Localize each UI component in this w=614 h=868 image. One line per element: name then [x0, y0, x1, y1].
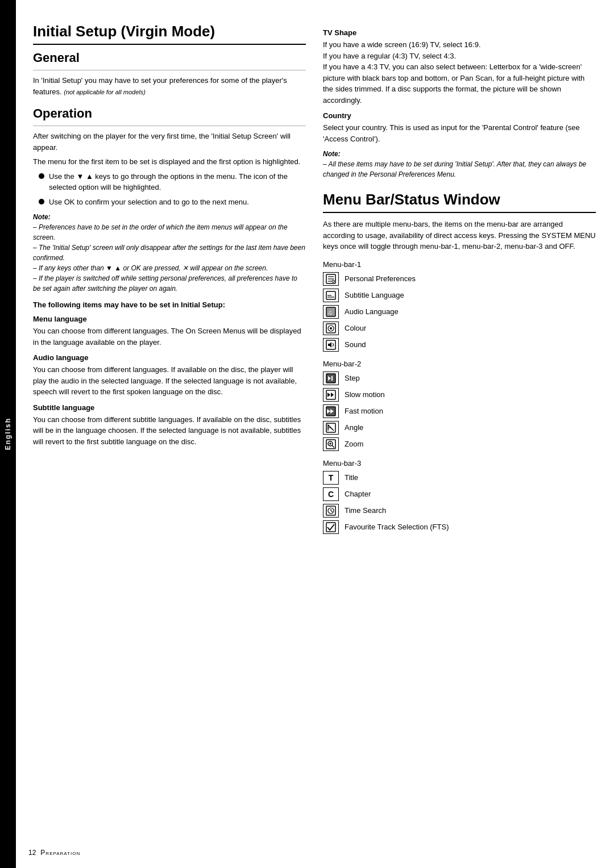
menubar2-item-1-label: Slow motion — [345, 390, 385, 399]
step-icon — [323, 372, 339, 385]
following-items-heading: The following items may have to be set i… — [33, 301, 306, 309]
bullet-item-2: Use OK to confirm your selection and to … — [39, 197, 306, 208]
menubar3-item-1: C Chapter — [323, 487, 596, 501]
preferences-icon — [323, 272, 339, 286]
audio-language-heading: Audio language — [33, 353, 306, 362]
operation-divider — [33, 126, 306, 126]
svg-point-12 — [330, 327, 332, 329]
menubar-divider — [323, 212, 596, 213]
menubar3-item-0-label: Title — [345, 473, 358, 482]
menu-language-heading: Menu language — [33, 315, 306, 323]
right-column: TV Shape If you have a wide screen (16:9… — [323, 23, 596, 845]
svg-line-33 — [331, 511, 333, 512]
footer-page-number: 12 — [28, 849, 36, 857]
side-tab: English — [0, 0, 16, 868]
angle-icon — [323, 421, 339, 435]
bullet-item-1: Use the ▼ ▲ keys to go through the optio… — [39, 171, 306, 193]
menubar1-items: Personal Preferences Subtitle Language — [323, 272, 596, 352]
subtitle-icon — [323, 289, 339, 302]
menubar3-label: Menu-bar-3 — [323, 459, 596, 468]
country-heading: Country — [323, 111, 596, 120]
menubar3-item-2-label: Time Search — [345, 506, 386, 515]
chapter-icon: C — [323, 487, 339, 501]
menubar3-item-2: Time Search — [323, 504, 596, 518]
time-search-icon — [323, 504, 339, 518]
slow-motion-icon — [323, 388, 339, 402]
note-text-2: – If any keys other than ▼ ▲ or OK are p… — [33, 263, 306, 273]
side-tab-label: English — [4, 418, 12, 450]
menubar2-item-0: Step — [323, 372, 596, 385]
audio-language-para: You can choose from different languages.… — [33, 364, 306, 398]
menubar2-item-2: Fast motion — [323, 404, 596, 418]
menubar1-item-2-label: Audio Language — [345, 307, 399, 316]
general-divider — [33, 70, 306, 70]
operation-heading: Operation — [33, 106, 306, 121]
menubar2-item-4-label: Zoom — [345, 440, 363, 448]
operation-notes: Note: – Preferences have to be set in th… — [33, 213, 306, 294]
left-column: Initial Setup (Virgin Mode) General In '… — [33, 23, 306, 845]
menubar1-item-3: Colour — [323, 322, 596, 335]
menubar1-item-0-label: Personal Preferences — [345, 274, 416, 283]
page-container: English Initial Setup (Virgin Mode) Gene… — [0, 0, 614, 868]
menubar2-label: Menu-bar-2 — [323, 360, 596, 368]
country-para: Select your country. This is used as inp… — [323, 122, 596, 144]
menubar3-items: T Title C Chapter — [323, 471, 596, 534]
menubar1-item-1-label: Subtitle Language — [345, 291, 404, 299]
footer-section-name: Preparation — [40, 849, 80, 857]
title-icon: T — [323, 471, 339, 485]
menubar2-item-3-label: Angle — [345, 423, 363, 432]
note-text-3: – If the player is switched off while se… — [33, 273, 306, 294]
note-text-0: – Preferences have to be set in the orde… — [33, 222, 306, 243]
note-label: Note: — [33, 213, 306, 221]
svg-text:♫: ♫ — [327, 309, 332, 316]
svg-marker-20 — [331, 393, 334, 397]
menubar2-item-3: Angle — [323, 421, 596, 435]
colour-icon — [323, 322, 339, 335]
sound-icon — [323, 338, 339, 352]
menubar3-item-3-label: Favourite Track Selection (FTS) — [345, 523, 449, 531]
main-title: Initial Setup (Virgin Mode) — [33, 23, 306, 40]
menubar3-item-1-label: Chapter — [345, 490, 371, 498]
menubar1-item-0: Personal Preferences — [323, 272, 596, 286]
country-note-italic: – All these items may have to be set dur… — [323, 159, 596, 180]
menubar2-items: Step Slow motion — [323, 372, 596, 451]
operation-para1: After switching on the player for the ve… — [33, 131, 306, 153]
zoom-icon — [323, 437, 339, 451]
note-text-1: – The 'Initial Setup' screen will only d… — [33, 243, 306, 263]
menubar1-item-4-label: Sound — [345, 340, 366, 349]
menubar-title: Menu Bar/Status Window — [323, 191, 596, 208]
menubar3-item-3: Favourite Track Selection (FTS) — [323, 520, 596, 534]
menubar2-item-0-label: Step — [345, 374, 360, 382]
operation-para2: The menu for the first item to be set is… — [33, 156, 306, 168]
menubar1-item-2: ♫ Audio Language — [323, 305, 596, 319]
subtitle-language-heading: Subtitle language — [33, 403, 306, 412]
fast-motion-icon — [323, 404, 339, 418]
page-footer: 12 Preparation — [28, 849, 80, 857]
svg-marker-14 — [328, 342, 331, 348]
operation-bullets: Use the ▼ ▲ keys to go through the optio… — [33, 171, 306, 208]
bullet-dot-2 — [39, 199, 44, 205]
tv-shape-heading: TV Shape — [323, 28, 596, 37]
menubar1-item-4: Sound — [323, 338, 596, 352]
svg-marker-19 — [327, 393, 330, 397]
menubar2-item-4: Zoom — [323, 437, 596, 451]
svg-point-4 — [332, 280, 334, 282]
audio-icon: ♫ — [323, 305, 339, 319]
menubar2-item-2-label: Fast motion — [345, 407, 383, 415]
menubar2-item-1: Slow motion — [323, 388, 596, 402]
menubar-intro: As there are multiple menu-bars, the ite… — [323, 219, 596, 252]
fts-icon — [323, 520, 339, 534]
menu-language-para: You can choose from different languages.… — [33, 326, 306, 348]
bullet-dot-1 — [39, 173, 44, 179]
title-divider — [33, 44, 306, 45]
menubar1-item-3-label: Colour — [345, 324, 366, 332]
general-para: In 'Initial Setup' you may have to set y… — [33, 75, 306, 97]
svg-line-27 — [332, 445, 334, 448]
menubar1-item-1: Subtitle Language — [323, 289, 596, 302]
menubar1-label: Menu-bar-1 — [323, 260, 596, 269]
general-italic: (not applicable for all models) — [64, 89, 146, 95]
main-content: Initial Setup (Virgin Mode) General In '… — [16, 0, 614, 868]
tv-shape-para: If you have a wide screen (16:9) TV, sel… — [323, 39, 596, 106]
country-note: Note: – All these items may have to be s… — [323, 150, 596, 180]
subtitle-language-para: You can choose from different subtitle l… — [33, 414, 306, 448]
